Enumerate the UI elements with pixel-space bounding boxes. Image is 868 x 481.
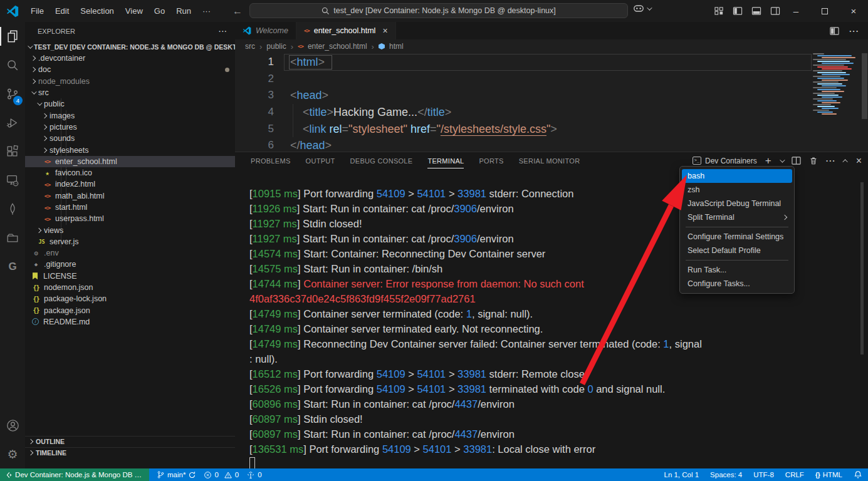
search-icon[interactable]: [0, 51, 25, 80]
problems-status[interactable]: 0 0: [204, 471, 239, 479]
panel-tab-ports[interactable]: PORTS: [479, 153, 503, 168]
tab-enter-school[interactable]: <> enter_school.html ×: [296, 22, 396, 39]
terminal-profile[interactable]: >_ Dev Containers: [693, 157, 757, 165]
containers-icon[interactable]: [0, 224, 25, 252]
menu-item-bash[interactable]: bash: [682, 169, 792, 183]
maximize-button[interactable]: [810, 0, 839, 22]
encoding[interactable]: UTF-8: [753, 471, 774, 478]
panel-tab-output[interactable]: OUTPUT: [306, 153, 335, 168]
menubar-item-view[interactable]: View: [120, 4, 149, 18]
close-window-button[interactable]: ×: [839, 0, 868, 22]
menu-item-zsh[interactable]: zsh: [682, 183, 792, 197]
menubar-item-[interactable]: ···: [197, 4, 216, 18]
tree-item-server-js[interactable]: JSserver.js: [25, 236, 235, 247]
tree-item--devcontainer[interactable]: .devcontainer: [25, 53, 235, 64]
workspace-root-folder[interactable]: TEST_DEV [DEV CONTAINER: NODE.JS & MONGO…: [25, 41, 235, 53]
tree-item-userpass-html[interactable]: <>userpass.html: [25, 213, 235, 224]
port-forward-status[interactable]: 0: [246, 471, 261, 479]
toggle-secondary-sidebar-icon[interactable]: [770, 6, 780, 16]
indentation[interactable]: Spaces: 4: [710, 471, 742, 478]
new-terminal-icon[interactable]: +: [765, 155, 771, 167]
tree-item-sounds[interactable]: sounds: [25, 133, 235, 144]
tree-item-index2-html[interactable]: <>index2.html: [25, 178, 235, 190]
toggle-panel-icon[interactable]: [751, 6, 761, 16]
tree-item-public[interactable]: public: [25, 98, 235, 110]
settings-gear-icon[interactable]: ⚙: [0, 440, 25, 468]
source-control-icon[interactable]: 4: [0, 80, 25, 108]
eol-sequence[interactable]: CRLF: [785, 471, 804, 478]
notifications-bell[interactable]: [854, 470, 862, 479]
mongodb-icon[interactable]: [0, 195, 25, 224]
tree-item-math-abi-html[interactable]: <>math_abi.html: [25, 190, 235, 202]
breadcrumb-file[interactable]: enter_school.html: [308, 42, 367, 51]
close-panel-icon[interactable]: ×: [856, 155, 862, 167]
menu-item-split-terminal[interactable]: Split Terminal: [682, 210, 792, 224]
minimap[interactable]: [813, 53, 849, 115]
menu-item-configure-tasks---[interactable]: Configure Tasks...: [682, 277, 792, 291]
terminal-output[interactable]: [10915 ms] Port forwarding 54109 > 54101…: [249, 186, 755, 457]
terminal-profile-dropdown-icon[interactable]: [780, 157, 785, 162]
language-mode[interactable]: {}HTML: [815, 471, 842, 478]
back-arrow-icon[interactable]: ←: [233, 6, 243, 17]
terminal-scrollbar[interactable]: [860, 182, 864, 354]
maximize-panel-icon[interactable]: [842, 159, 847, 164]
menu-item-select-default-profile[interactable]: Select Default Profile: [682, 244, 792, 257]
menu-item-configure-terminal-settings[interactable]: Configure Terminal Settings: [682, 230, 792, 244]
menubar-item-file[interactable]: File: [25, 4, 50, 18]
panel-tab-serial-monitor[interactable]: SERIAL MONITOR: [519, 153, 580, 168]
menubar-item-go[interactable]: Go: [149, 4, 170, 18]
split-terminal-icon[interactable]: [792, 156, 801, 165]
tree-item-package-json[interactable]: {}package.json: [25, 305, 235, 316]
panel-more-actions-icon[interactable]: ···: [826, 156, 836, 165]
outline-section[interactable]: OUTLINE: [25, 436, 235, 447]
toggle-primary-sidebar-icon[interactable]: [733, 6, 743, 16]
panel-tab-debug-console[interactable]: DEBUG CONSOLE: [350, 153, 413, 168]
tree-item-start-html[interactable]: <>start.html: [25, 202, 235, 213]
panel-tab-terminal[interactable]: TERMINAL: [427, 153, 464, 168]
copilot-menu[interactable]: [633, 4, 651, 13]
breadcrumb-symbol[interactable]: html: [389, 42, 404, 51]
cursor-position[interactable]: Ln 1, Col 1: [664, 471, 699, 478]
code-editor[interactable]: 123456 <html><head> <title>Hacking Game.…: [235, 53, 868, 152]
minimap-slider[interactable]: [862, 53, 867, 119]
tree-item-views[interactable]: views: [25, 224, 235, 235]
explorer-more-actions-icon[interactable]: ···: [219, 28, 227, 35]
tree-item-enter-school-html[interactable]: <>enter_school.html: [25, 156, 235, 167]
editor-more-actions-icon[interactable]: ···: [849, 26, 859, 36]
tree-item-node-modules[interactable]: node_modules: [25, 76, 235, 87]
command-center-search[interactable]: test_dev [Dev Container: Node.js & Mongo…: [249, 3, 628, 18]
minimize-button[interactable]: –: [782, 0, 810, 22]
tree-item-favicon-ico[interactable]: ★favicon.ico: [25, 167, 235, 178]
close-tab-icon[interactable]: ×: [382, 26, 387, 36]
accounts-icon[interactable]: [0, 411, 25, 440]
tree-item--env[interactable]: ⚙.env: [25, 247, 235, 259]
menubar-item-edit[interactable]: Edit: [50, 4, 75, 18]
remote-indicator[interactable]: Dev Container: Node.js & Mongo DB @ desk…: [0, 468, 149, 481]
explorer-icon[interactable]: [0, 22, 25, 51]
tree-item-readme-md[interactable]: iREADME.md: [25, 316, 235, 328]
customize-layout-icon[interactable]: [714, 6, 724, 16]
menubar-item-selection[interactable]: Selection: [75, 4, 119, 18]
tree-item-doc[interactable]: doc: [25, 64, 235, 75]
menu-item-run-task---[interactable]: Run Task...: [682, 263, 792, 277]
extensions-icon[interactable]: [0, 137, 25, 166]
split-editor-icon[interactable]: [830, 26, 839, 36]
tree-item-stylesheets[interactable]: stylesheets: [25, 144, 235, 155]
run-debug-icon[interactable]: [0, 108, 25, 137]
tree-item-images[interactable]: images: [25, 110, 235, 121]
gitlens-icon[interactable]: G: [0, 252, 25, 281]
tab-welcome[interactable]: Welcome: [235, 22, 296, 39]
tree-item-nodemon-json[interactable]: {}nodemon.json: [25, 282, 235, 293]
timeline-section[interactable]: TIMELINE: [25, 447, 235, 458]
tree-item-license[interactable]: LICENSE: [25, 271, 235, 282]
panel-tab-problems[interactable]: PROBLEMS: [251, 153, 291, 168]
breadcrumb-public[interactable]: public: [266, 42, 286, 51]
tree-item--gitignore[interactable]: ◆.gitignore: [25, 259, 235, 270]
breadcrumb-src[interactable]: src: [245, 42, 255, 51]
tree-item-package-lock-json[interactable]: {}package-lock.json: [25, 293, 235, 304]
git-branch-status[interactable]: main*: [157, 470, 196, 479]
kill-terminal-trash-icon[interactable]: [809, 156, 818, 165]
remote-explorer-icon[interactable]: [0, 166, 25, 195]
menubar-item-run[interactable]: Run: [170, 4, 197, 18]
tree-item-src[interactable]: src: [25, 87, 235, 98]
